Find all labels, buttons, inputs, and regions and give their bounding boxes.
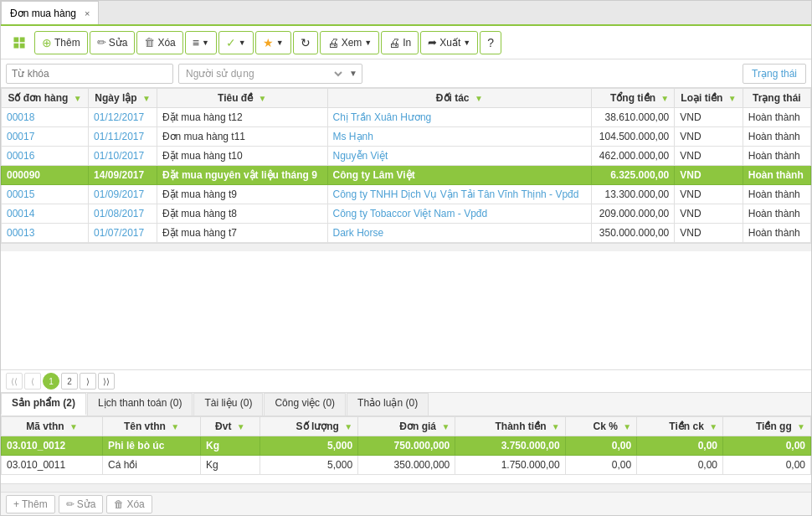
star-button[interactable]: ★ ▼	[255, 31, 291, 54]
status-filter-button[interactable]: Trạng thái	[743, 64, 806, 84]
table-row[interactable]: 00013 01/07/2017 Đặt mua hàng t7 Dark Ho…	[2, 224, 811, 243]
in-label: In	[403, 37, 411, 49]
edit-icon: ✏	[97, 36, 106, 49]
keyword-input[interactable]	[6, 64, 173, 84]
bottom-hscrollbar[interactable]	[1, 483, 811, 492]
cell-ngay: 01/07/2017	[89, 224, 157, 243]
svg-rect-3	[20, 43, 25, 48]
page-prev-button[interactable]: ⟨	[24, 373, 41, 390]
cell-loai: VND	[675, 224, 743, 243]
filter-icon-ma[interactable]: ▼	[69, 422, 78, 431]
bottom-xoa-button[interactable]: 🗑 Xóa	[106, 495, 152, 513]
tab-lich-thanh-toan[interactable]: Lịch thanh toán (0)	[87, 393, 193, 415]
page-2-button[interactable]: 2	[61, 373, 78, 390]
tab-close-icon[interactable]: ×	[85, 8, 90, 18]
cell-tongtien: 462.000.000,00	[592, 147, 675, 166]
them-button[interactable]: ⊕ Thêm	[34, 31, 88, 54]
tab-thao-luan[interactable]: Thảo luận (0)	[347, 393, 429, 415]
tab-san-pham[interactable]: Sản phẩm (2)	[1, 393, 86, 415]
bcell-tiengg: 0,00	[723, 456, 811, 475]
cell-so: 00017	[2, 127, 89, 147]
tab-cong-viec[interactable]: Công việc (0)	[264, 393, 346, 415]
page-1-button[interactable]: 1	[43, 373, 59, 390]
user-select[interactable]: Người sử dụng	[179, 64, 345, 83]
table-row[interactable]: 000090 14/09/2017 Đặt mua nguyên vật liệ…	[2, 166, 811, 185]
cell-ngay: 01/10/2017	[89, 147, 157, 166]
xoa-button[interactable]: 🗑 Xóa	[136, 31, 182, 54]
cell-tieude: Đặt mua nguyên vật liệu tháng 9	[157, 166, 327, 185]
filter-icon-thanhtien[interactable]: ▼	[552, 422, 560, 431]
bcol-thanhtien: Thành tiền ▼	[455, 417, 565, 436]
help-button[interactable]: ?	[480, 31, 501, 54]
xem-button[interactable]: 🖨 Xem ▼	[320, 31, 380, 54]
bcell-tienck: 0,00	[637, 456, 723, 475]
bcell-ten: Phi lê bò úc	[103, 436, 201, 456]
xuat-label: Xuất	[439, 37, 460, 49]
filter-icon-ck[interactable]: ▼	[623, 422, 631, 431]
dropdown-arrow-menu: ▼	[202, 39, 209, 47]
filter-icon-sl[interactable]: ▼	[344, 422, 352, 431]
cell-trangthai: Hoàn thành	[743, 185, 810, 204]
cell-so: 00016	[2, 147, 89, 166]
tab-don-mua-hang[interactable]: Đơn mua hàng ×	[1, 1, 99, 24]
cell-loai: VND	[675, 108, 743, 127]
cell-tongtien: 6.325.000,00	[592, 166, 675, 185]
refresh-button[interactable]: ↻	[293, 31, 318, 54]
filter-icon-doitac[interactable]: ▼	[475, 94, 483, 103]
table-row[interactable]: 00016 01/10/2017 Đặt mua hàng t10 Nguyễn…	[2, 147, 811, 166]
bcol-dongia: Đơn giá ▼	[358, 417, 455, 436]
filter-icon-ten[interactable]: ▼	[171, 422, 179, 431]
logo-button[interactable]	[6, 31, 33, 54]
filter-icon-tiengg[interactable]: ▼	[797, 422, 805, 431]
filter-icon-loai[interactable]: ▼	[728, 94, 737, 103]
table-row[interactable]: 00018 01/12/2017 Đặt mua hàng t12 Chị Tr…	[2, 108, 811, 127]
cell-doitac: Nguyễn Việt	[327, 147, 592, 166]
plus-icon: ⊕	[42, 36, 52, 49]
page-first-button[interactable]: ⟨⟨	[6, 373, 23, 390]
col-ngay-lap: Ngày lập ▼	[89, 89, 157, 108]
main-table-header: Số đơn hàng ▼ Ngày lập ▼ Tiêu đề ▼ Đối t…	[2, 89, 811, 108]
bottom-table-row[interactable]: 03.010_0012 Phi lê bò úc Kg 5,000 750.00…	[2, 436, 811, 456]
bcol-tienck: Tiền ck ▼	[637, 417, 723, 436]
cell-trangthai: Hoàn thành	[743, 224, 810, 243]
bottom-table-header: Mã vthn ▼ Tên vthn ▼ Đvt ▼ Số lượng ▼ Đơ…	[2, 417, 811, 436]
bcell-ck: 0,00	[565, 456, 636, 475]
sua-button[interactable]: ✏ Sửa	[90, 31, 136, 54]
xoa-label: Xóa	[157, 37, 175, 49]
col-doi-tac: Đối tác ▼	[327, 89, 592, 108]
xuat-button[interactable]: ➦ Xuất ▼	[420, 31, 478, 54]
bcol-sl: Số lượng ▼	[260, 417, 357, 436]
bottom-them-button[interactable]: + Thêm	[6, 495, 55, 513]
table-row[interactable]: 00014 01/08/2017 Đặt mua hàng t8 Công ty…	[2, 204, 811, 224]
table-row[interactable]: 00017 01/11/2017 Đơn mua hàng t11 Ms Hạn…	[2, 127, 811, 147]
tab-tai-lieu[interactable]: Tài liệu (0)	[193, 393, 263, 415]
bcell-tienck: 0,00	[637, 436, 723, 456]
bcol-ma: Mã vthn ▼	[2, 417, 103, 436]
in-button[interactable]: 🖨 In	[381, 31, 419, 54]
page-last-button[interactable]: ⟩⟩	[98, 373, 115, 390]
filter-icon-dongia[interactable]: ▼	[441, 422, 450, 431]
bottom-sua-button[interactable]: ✏ Sửa	[59, 495, 104, 513]
filter-icon-ngay[interactable]: ▼	[142, 94, 151, 103]
cell-so: 00018	[2, 108, 89, 127]
check-button[interactable]: ✓ ▼	[218, 31, 254, 54]
filter-icon-tienck[interactable]: ▼	[709, 422, 717, 431]
bottom-xoa-label: Xóa	[126, 498, 144, 510]
tab-label: Đơn mua hàng	[10, 8, 76, 19]
cell-doitac: Dark Horse	[327, 224, 592, 243]
filter-icon-so[interactable]: ▼	[74, 94, 82, 103]
cell-loai: VND	[675, 127, 743, 147]
bottom-table-row[interactable]: 03.010_0011 Cá hồi Kg 5,000 350.000,000 …	[2, 456, 811, 475]
menu-button[interactable]: ≡ ▼	[185, 31, 217, 54]
cell-tongtien: 38.610.000,00	[592, 108, 675, 127]
main-hscrollbar[interactable]	[1, 243, 811, 251]
cell-trangthai: Hoàn thành	[743, 204, 810, 224]
filter-icon-tieude[interactable]: ▼	[259, 94, 267, 103]
table-row[interactable]: 00015 01/09/2017 Đặt mua hàng t9 Công ty…	[2, 185, 811, 204]
page-next-button[interactable]: ⟩	[80, 373, 96, 390]
filter-icon-tongtien[interactable]: ▼	[660, 94, 669, 103]
bcell-tiengg: 0,00	[723, 436, 811, 456]
cell-loai: VND	[675, 147, 743, 166]
svg-rect-2	[13, 43, 18, 48]
filter-icon-dvt[interactable]: ▼	[237, 422, 245, 431]
